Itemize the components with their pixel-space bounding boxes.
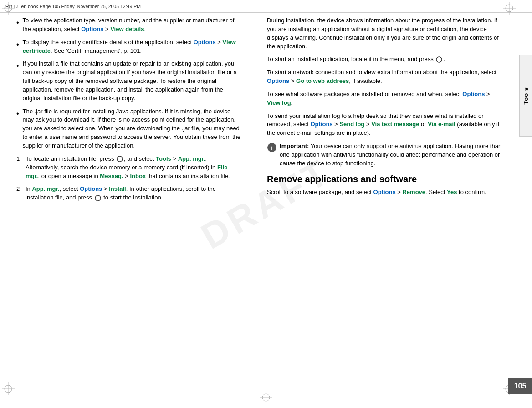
install-link: Install (109, 185, 126, 192)
options-link-6: Options (310, 121, 332, 128)
view-details-link: View details (110, 26, 144, 32)
bullet-symbol-3: • (16, 61, 19, 71)
go-to-web-link: Go to web address (296, 77, 349, 84)
numbered-list: 1 To locate an installation file, press … (16, 155, 241, 202)
bullet-item-3: • If you install a file that contains an… (16, 60, 241, 102)
right-column: During installation, the device shows in… (267, 16, 505, 385)
column-divider (254, 16, 254, 385)
left-column: • To view the application type, version … (16, 16, 241, 385)
svg-point-16 (95, 195, 101, 201)
svg-text:i: i (271, 144, 273, 151)
bullet-item-4: • The .jar file is required for installi… (16, 107, 241, 150)
via-text-link: Via text message (371, 121, 419, 128)
yes-link: Yes (447, 189, 457, 195)
bottom-center-mark (260, 391, 272, 405)
page-number: 105 (514, 382, 527, 390)
options-link-5: Options (462, 91, 485, 97)
right-tab-label: Tools (522, 87, 529, 105)
svg-point-15 (117, 156, 123, 162)
section-heading: Remove applications and software (267, 173, 505, 184)
options-link-7: Options (373, 189, 396, 195)
corner-mark-tl (2, 2, 15, 15)
header-text: RIT13_en.book Page 105 Friday, November … (5, 4, 141, 9)
bullet-text-1: To view the application type, version nu… (23, 16, 241, 34)
important-text: Important: Your device can only support … (280, 142, 505, 168)
options-link-3: Options (80, 185, 102, 192)
bullet-text-4: The .jar file is required for installing… (23, 107, 241, 150)
step-text-2: In App. mgr., select Options > Install. … (26, 185, 241, 202)
step-1: 1 To locate an installation file, press … (16, 155, 241, 181)
view-log-link: View log (267, 99, 291, 106)
step-2: 2 In App. mgr., select Options > Install… (16, 185, 241, 202)
paragraph-2: To start a network connection and to vie… (267, 68, 505, 86)
important-note: i Important: Your device can only suppor… (267, 142, 505, 168)
corner-mark-bl (2, 382, 15, 395)
step-text-1: To locate an installation file, press , … (26, 155, 241, 181)
app-mgr-link-1: App. mgr. (178, 155, 205, 162)
important-label: Important: (280, 143, 309, 149)
bullet-symbol-1: • (16, 17, 19, 28)
app-mgr-link-2: App. mgr. (32, 185, 59, 192)
main-content: • To view the application type, version … (16, 16, 505, 385)
via-email-link: Via e-mail (428, 121, 455, 128)
send-log-link: Send log (339, 121, 364, 128)
step-num-1: 1 (16, 155, 23, 163)
options-link-1: Options (81, 26, 103, 32)
options-link-4: Options (267, 77, 289, 84)
bullet-text-3: If you install a file that contains an u… (23, 60, 241, 102)
paragraph-1: To start an installed application, locat… (267, 55, 505, 64)
inbox-link: Inbox (130, 173, 146, 179)
right-side-tab: Tools (519, 55, 532, 137)
remove-link: Remove (402, 189, 425, 195)
bullet-symbol-2: • (16, 39, 19, 50)
intro-paragraph: During installation, the device shows in… (267, 16, 505, 51)
bullet-item-1: • To view the application type, version … (16, 16, 241, 34)
tools-link: Tools (156, 155, 171, 162)
important-icon: i (267, 143, 277, 153)
bullet-text-2: To display the security certificate deta… (23, 38, 241, 56)
paragraph-3: To see what software packages are instal… (267, 90, 505, 107)
page-number-box: 105 (508, 378, 532, 394)
section-paragraph: Scroll to a software package, and select… (267, 188, 505, 197)
file-mgr-link: File mgr. (26, 164, 227, 179)
step-num-2: 2 (16, 185, 23, 194)
bullet-symbol-4: • (16, 108, 19, 119)
header-bar: RIT13_en.book Page 105 Friday, November … (0, 0, 532, 13)
messag-link: Messag. (100, 173, 123, 179)
bullet-item-2: • To display the security certificate de… (16, 38, 241, 56)
corner-mark-tr (503, 2, 516, 15)
svg-point-17 (436, 57, 442, 62)
paragraph-4: To send your installation log to a help … (267, 112, 505, 138)
options-link-2: Options (194, 39, 216, 46)
bullet-list: • To view the application type, version … (16, 16, 241, 150)
